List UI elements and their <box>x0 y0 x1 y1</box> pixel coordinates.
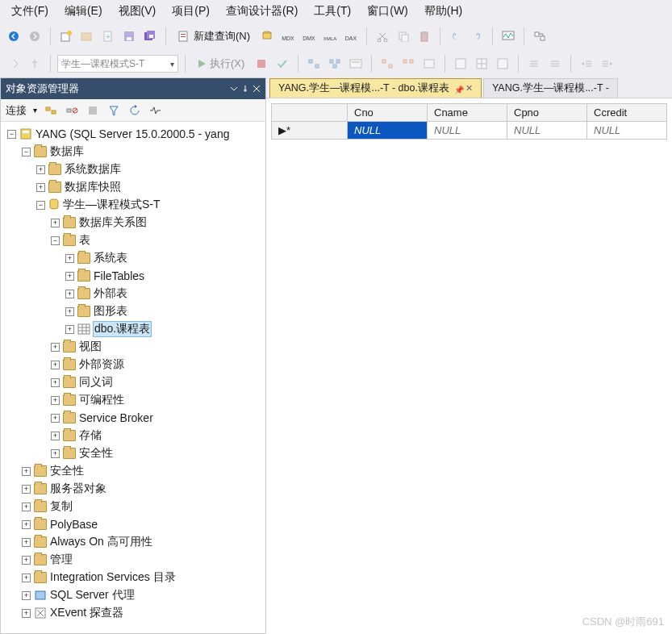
tree-db-diagram[interactable]: +数据库关系图 <box>2 214 264 231</box>
tree-security[interactable]: +安全性 <box>2 462 264 480</box>
tree-tables[interactable]: −表 <box>2 231 264 249</box>
nav-forward-button[interactable] <box>26 27 44 45</box>
tab-inactive[interactable]: YANG.学生—课程模...-T - <box>483 78 618 98</box>
tree-ext-tables[interactable]: +外部表 <box>2 285 264 302</box>
menu-query-designer[interactable]: 查询设计器(R) <box>218 2 306 20</box>
tree-sql-agent[interactable]: +SQL Server 代理 <box>2 586 264 604</box>
menu-tools[interactable]: 工具(T) <box>306 2 359 20</box>
tree-service-broker[interactable]: +Service Broker <box>2 409 264 427</box>
increase-indent-button[interactable] <box>599 55 616 73</box>
connect-label[interactable]: 连接 <box>6 103 27 118</box>
execute-button[interactable]: 执行(X) <box>192 55 249 73</box>
nav-back-button[interactable] <box>5 27 23 45</box>
redo-button[interactable] <box>468 27 486 45</box>
tree-databases[interactable]: −数据库 <box>2 143 264 161</box>
dropdown-icon[interactable] <box>230 85 238 93</box>
open-dropdown-button[interactable] <box>78 27 96 45</box>
display-estimated-plan-button[interactable] <box>305 55 323 73</box>
new-project-button[interactable] <box>57 27 75 45</box>
tree-integration[interactable]: +Integration Services 目录 <box>2 569 264 586</box>
tree-server-objects[interactable]: +服务器对象 <box>2 480 264 498</box>
pin-icon[interactable] <box>241 85 249 93</box>
stop-icon[interactable] <box>86 103 100 118</box>
tree-db-snapshot[interactable]: +数据库快照 <box>2 178 264 196</box>
tree-graph-tables[interactable]: +图形表 <box>2 302 264 320</box>
stop-button[interactable] <box>253 55 270 73</box>
query-options-button[interactable] <box>326 55 344 73</box>
results-to-file-button[interactable] <box>494 55 511 73</box>
tree-xevent[interactable]: +XEvent 探查器 <box>2 604 264 622</box>
cell-cname[interactable]: NULL <box>428 122 507 140</box>
tree-dbo-course[interactable]: +dbo.课程表 <box>2 320 264 338</box>
undo-button[interactable] <box>447 27 465 45</box>
activity-icon[interactable] <box>148 103 163 118</box>
mdx-query-button[interactable]: MDX <box>279 27 297 45</box>
menu-view[interactable]: 视图(V) <box>111 2 165 20</box>
copy-button[interactable] <box>394 27 412 45</box>
tree-replication[interactable]: +复制 <box>2 498 264 515</box>
change-type-button[interactable] <box>531 27 549 45</box>
grid-new-row[interactable]: ▶* NULL NULL NULL NULL <box>272 122 667 140</box>
col-cno[interactable]: Cno <box>348 104 428 122</box>
use-db-button[interactable] <box>5 55 23 73</box>
pin-icon[interactable]: 📌 <box>454 86 461 92</box>
include-actual-plan-button[interactable] <box>378 55 396 73</box>
cell-cno[interactable]: NULL <box>348 122 428 140</box>
decrease-indent-button[interactable] <box>578 55 595 73</box>
include-client-stats-button[interactable] <box>420 55 438 73</box>
tree-sys-tables[interactable]: +系统表 <box>2 249 264 267</box>
col-cname[interactable]: Cname <box>428 104 507 122</box>
menu-file[interactable]: 文件(F) <box>3 2 56 20</box>
col-cpno[interactable]: Cpno <box>507 104 587 122</box>
tree-storage[interactable]: +存储 <box>2 427 264 444</box>
close-icon[interactable]: ✕ <box>465 83 473 94</box>
tree-sys-db[interactable]: +系统数据库 <box>2 161 264 178</box>
tree-views[interactable]: +视图 <box>2 338 264 356</box>
save-button[interactable] <box>120 27 138 45</box>
tree-always-on[interactable]: +Always On 高可用性 <box>2 533 264 551</box>
results-to-grid-button[interactable] <box>473 55 490 73</box>
disconnect-query-button[interactable] <box>26 55 44 73</box>
data-grid[interactable]: Cno Cname Cpno Ccredit ▶* NULL NULL NULL… <box>271 103 667 140</box>
results-to-text-button[interactable] <box>452 55 470 73</box>
cut-button[interactable] <box>374 27 391 45</box>
col-ccredit[interactable]: Ccredit <box>587 104 667 122</box>
tree-synonyms[interactable]: +同义词 <box>2 373 264 391</box>
new-query-button[interactable]: 新建查询(N) <box>173 27 255 45</box>
object-tree[interactable]: −YANG (SQL Server 15.0.2000.5 - yang −数据… <box>1 122 265 633</box>
database-combo[interactable]: 学生—课程模式S-T <box>57 55 178 73</box>
parse-button[interactable] <box>273 55 291 73</box>
menu-edit[interactable]: 编辑(E) <box>56 2 111 20</box>
tab-active[interactable]: YANG.学生—课程模...-T - dbo.课程表 📌 ✕ <box>269 78 482 98</box>
menu-help[interactable]: 帮助(H) <box>416 2 470 20</box>
activity-monitor-button[interactable] <box>499 27 517 45</box>
refresh-icon[interactable] <box>127 103 142 118</box>
filter-icon[interactable] <box>106 103 121 118</box>
include-live-stats-button[interactable] <box>399 55 417 73</box>
tree-server[interactable]: −YANG (SQL Server 15.0.2000.5 - yang <box>2 125 264 143</box>
add-file-button[interactable]: + <box>99 27 117 45</box>
connect-icon[interactable] <box>44 103 58 118</box>
close-icon[interactable] <box>253 85 261 93</box>
paste-button[interactable] <box>415 27 433 45</box>
comment-button[interactable] <box>525 55 543 73</box>
tree-ext-res[interactable]: +外部资源 <box>2 356 264 373</box>
save-all-button[interactable] <box>141 27 159 45</box>
tree-db-security[interactable]: +安全性 <box>2 444 264 462</box>
db-engine-query-button[interactable] <box>258 27 276 45</box>
dmx-query-button[interactable]: DMX <box>300 27 318 45</box>
tree-polybase[interactable]: +PolyBase <box>2 515 264 533</box>
cell-cpno[interactable]: NULL <box>507 122 587 140</box>
cell-ccredit[interactable]: NULL <box>587 122 667 140</box>
tree-filetables[interactable]: +FileTables <box>2 267 264 285</box>
xmla-query-button[interactable]: XMLA <box>321 27 339 45</box>
tree-management[interactable]: +管理 <box>2 551 264 569</box>
dax-query-button[interactable]: DAX <box>342 27 360 45</box>
disconnect-icon[interactable] <box>65 103 79 118</box>
menu-window[interactable]: 窗口(W) <box>359 2 416 20</box>
intellisense-button[interactable] <box>347 55 365 73</box>
menu-project[interactable]: 项目(P) <box>164 2 218 20</box>
tree-user-db[interactable]: −学生—课程模式S-T <box>2 196 264 214</box>
uncomment-button[interactable] <box>546 55 564 73</box>
tree-programmability[interactable]: +可编程性 <box>2 391 264 409</box>
